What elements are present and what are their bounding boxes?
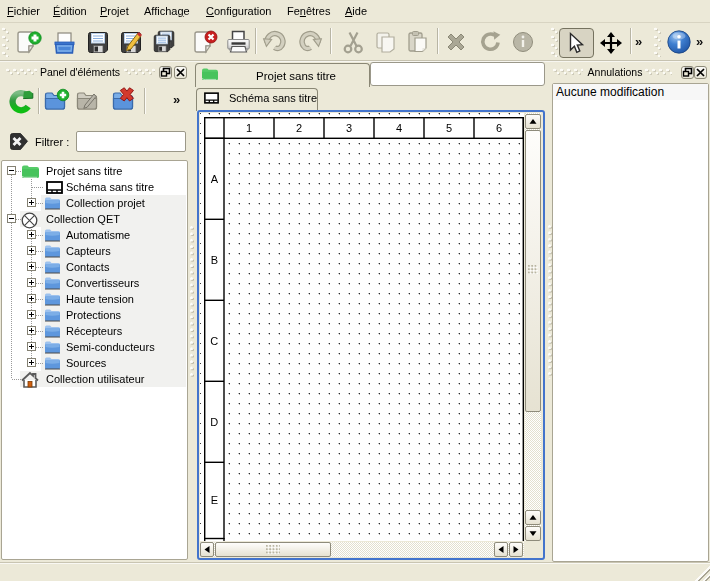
svg-text:6: 6 [496,122,502,134]
svg-text:C: C [210,335,218,347]
svg-text:B: B [211,254,218,266]
svg-text:5: 5 [446,122,452,134]
svg-text:D: D [210,416,218,428]
svg-text:E: E [211,494,218,506]
svg-text:2: 2 [296,122,302,134]
svg-text:1: 1 [246,122,252,134]
svg-text:3: 3 [346,122,352,134]
svg-text:4: 4 [396,122,402,134]
svg-text:A: A [211,173,219,185]
